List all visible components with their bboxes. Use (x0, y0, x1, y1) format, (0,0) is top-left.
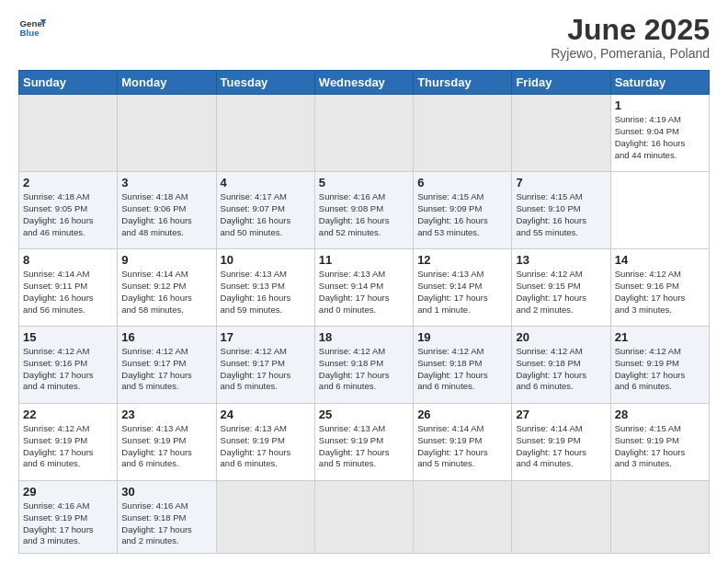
calendar-week-4: 22Sunrise: 4:12 AM Sunset: 9:19 PM Dayli… (19, 403, 710, 480)
day-info: Sunrise: 4:15 AM Sunset: 9:10 PM Dayligh… (516, 191, 606, 238)
day-number: 21 (615, 330, 705, 344)
day-number: 10 (221, 253, 311, 267)
day-number: 30 (121, 485, 211, 499)
day-info: Sunrise: 4:14 AM Sunset: 9:12 PM Dayligh… (121, 269, 211, 316)
day-info: Sunrise: 4:13 AM Sunset: 9:14 PM Dayligh… (417, 269, 507, 316)
table-row: 6Sunrise: 4:15 AM Sunset: 9:09 PM Daylig… (414, 172, 512, 249)
calendar-week-5: 29Sunrise: 4:16 AM Sunset: 9:19 PM Dayli… (19, 480, 710, 553)
day-number: 28 (615, 408, 705, 421)
calendar-header-row: Sunday Monday Tuesday Wednesday Thursday… (19, 71, 710, 95)
day-number: 27 (516, 408, 606, 421)
table-row: 14Sunrise: 4:12 AM Sunset: 9:16 PM Dayli… (610, 249, 709, 327)
table-row (118, 95, 216, 172)
day-number: 5 (319, 176, 409, 190)
day-info: Sunrise: 4:12 AM Sunset: 9:17 PM Dayligh… (121, 346, 211, 393)
svg-text:Blue: Blue (20, 28, 40, 38)
table-row (216, 480, 314, 553)
day-info: Sunrise: 4:19 AM Sunset: 9:04 PM Dayligh… (615, 114, 705, 161)
table-row (314, 95, 413, 172)
day-number: 14 (615, 253, 705, 267)
day-number: 2 (23, 176, 113, 190)
header: General Blue June 2025 Ryjewo, Pomerania… (18, 14, 710, 61)
table-row: 4Sunrise: 4:17 AM Sunset: 9:07 PM Daylig… (216, 172, 314, 249)
table-row: 8Sunrise: 4:14 AM Sunset: 9:11 PM Daylig… (19, 249, 118, 327)
day-info: Sunrise: 4:12 AM Sunset: 9:16 PM Dayligh… (615, 269, 705, 316)
day-number: 9 (121, 253, 211, 267)
day-info: Sunrise: 4:16 AM Sunset: 9:19 PM Dayligh… (23, 500, 113, 547)
day-info: Sunrise: 4:12 AM Sunset: 9:18 PM Dayligh… (319, 346, 409, 393)
day-info: Sunrise: 4:18 AM Sunset: 9:05 PM Dayligh… (23, 191, 113, 238)
day-number: 3 (121, 176, 211, 190)
table-row: 30Sunrise: 4:16 AM Sunset: 9:18 PM Dayli… (118, 480, 216, 553)
day-number: 16 (121, 330, 211, 344)
table-row: 28Sunrise: 4:15 AM Sunset: 9:19 PM Dayli… (610, 403, 709, 480)
day-info: Sunrise: 4:13 AM Sunset: 9:13 PM Dayligh… (221, 269, 311, 316)
day-info: Sunrise: 4:13 AM Sunset: 9:19 PM Dayligh… (221, 423, 311, 470)
day-info: Sunrise: 4:14 AM Sunset: 9:19 PM Dayligh… (417, 423, 507, 470)
col-saturday: Saturday (610, 71, 709, 95)
day-number: 12 (417, 253, 507, 267)
day-info: Sunrise: 4:16 AM Sunset: 9:18 PM Dayligh… (121, 500, 211, 547)
table-row (314, 480, 413, 553)
day-number: 29 (23, 485, 113, 499)
table-row: 7Sunrise: 4:15 AM Sunset: 9:10 PM Daylig… (512, 172, 610, 249)
table-row: 19Sunrise: 4:12 AM Sunset: 9:18 PM Dayli… (414, 327, 512, 404)
table-row: 1Sunrise: 4:19 AM Sunset: 9:04 PM Daylig… (610, 95, 709, 172)
table-row: 17Sunrise: 4:12 AM Sunset: 9:17 PM Dayli… (216, 327, 314, 404)
day-info: Sunrise: 4:12 AM Sunset: 9:15 PM Dayligh… (516, 269, 606, 316)
calendar-week-1: 2Sunrise: 4:18 AM Sunset: 9:05 PM Daylig… (19, 172, 710, 249)
day-info: Sunrise: 4:12 AM Sunset: 9:18 PM Dayligh… (516, 346, 606, 393)
table-row: 13Sunrise: 4:12 AM Sunset: 9:15 PM Dayli… (512, 249, 610, 327)
table-row: 22Sunrise: 4:12 AM Sunset: 9:19 PM Dayli… (19, 403, 118, 480)
day-number: 6 (417, 176, 507, 190)
day-info: Sunrise: 4:12 AM Sunset: 9:18 PM Dayligh… (417, 346, 507, 393)
col-wednesday: Wednesday (314, 71, 413, 95)
table-row: 9Sunrise: 4:14 AM Sunset: 9:12 PM Daylig… (118, 249, 216, 327)
day-info: Sunrise: 4:13 AM Sunset: 9:19 PM Dayligh… (121, 423, 211, 470)
day-info: Sunrise: 4:13 AM Sunset: 9:19 PM Dayligh… (319, 423, 409, 470)
table-row: 11Sunrise: 4:13 AM Sunset: 9:14 PM Dayli… (314, 249, 413, 327)
table-row: 29Sunrise: 4:16 AM Sunset: 9:19 PM Dayli… (19, 480, 118, 553)
col-friday: Friday (512, 71, 610, 95)
table-row (610, 480, 709, 553)
table-row (512, 480, 610, 553)
day-info: Sunrise: 4:12 AM Sunset: 9:16 PM Dayligh… (23, 346, 113, 393)
calendar-week-3: 15Sunrise: 4:12 AM Sunset: 9:16 PM Dayli… (19, 327, 710, 404)
day-info: Sunrise: 4:15 AM Sunset: 9:19 PM Dayligh… (615, 423, 705, 470)
table-row: 20Sunrise: 4:12 AM Sunset: 9:18 PM Dayli… (512, 327, 610, 404)
calendar-week-0: 1Sunrise: 4:19 AM Sunset: 9:04 PM Daylig… (19, 95, 710, 172)
table-row: 26Sunrise: 4:14 AM Sunset: 9:19 PM Dayli… (414, 403, 512, 480)
day-info: Sunrise: 4:12 AM Sunset: 9:19 PM Dayligh… (615, 346, 705, 393)
day-info: Sunrise: 4:14 AM Sunset: 9:19 PM Dayligh… (516, 423, 606, 470)
day-number: 8 (23, 253, 113, 267)
day-number: 13 (516, 253, 606, 267)
day-number: 18 (319, 330, 409, 344)
day-number: 4 (221, 176, 311, 190)
day-info: Sunrise: 4:12 AM Sunset: 9:17 PM Dayligh… (221, 346, 311, 393)
col-thursday: Thursday (414, 71, 512, 95)
table-row: 16Sunrise: 4:12 AM Sunset: 9:17 PM Dayli… (118, 327, 216, 404)
page: General Blue June 2025 Ryjewo, Pomerania… (0, 0, 728, 563)
table-row: 24Sunrise: 4:13 AM Sunset: 9:19 PM Dayli… (216, 403, 314, 480)
table-row: 25Sunrise: 4:13 AM Sunset: 9:19 PM Dayli… (314, 403, 413, 480)
day-number: 26 (417, 408, 507, 421)
table-row: 5Sunrise: 4:16 AM Sunset: 9:08 PM Daylig… (314, 172, 413, 249)
table-row: 15Sunrise: 4:12 AM Sunset: 9:16 PM Dayli… (19, 327, 118, 404)
table-row: 10Sunrise: 4:13 AM Sunset: 9:13 PM Dayli… (216, 249, 314, 327)
day-number: 20 (516, 330, 606, 344)
table-row (512, 95, 610, 172)
col-sunday: Sunday (19, 71, 118, 95)
table-row: 12Sunrise: 4:13 AM Sunset: 9:14 PM Dayli… (414, 249, 512, 327)
day-info: Sunrise: 4:12 AM Sunset: 9:19 PM Dayligh… (23, 423, 113, 470)
calendar-week-2: 8Sunrise: 4:14 AM Sunset: 9:11 PM Daylig… (19, 249, 710, 327)
day-number: 17 (221, 330, 311, 344)
table-row (414, 95, 512, 172)
logo: General Blue (18, 14, 46, 41)
table-row: 2Sunrise: 4:18 AM Sunset: 9:05 PM Daylig… (19, 172, 118, 249)
day-info: Sunrise: 4:16 AM Sunset: 9:08 PM Dayligh… (319, 191, 409, 238)
table-row (19, 95, 118, 172)
day-number: 15 (23, 330, 113, 344)
col-tuesday: Tuesday (216, 71, 314, 95)
table-row: 21Sunrise: 4:12 AM Sunset: 9:19 PM Dayli… (610, 327, 709, 404)
table-row: 27Sunrise: 4:14 AM Sunset: 9:19 PM Dayli… (512, 403, 610, 480)
